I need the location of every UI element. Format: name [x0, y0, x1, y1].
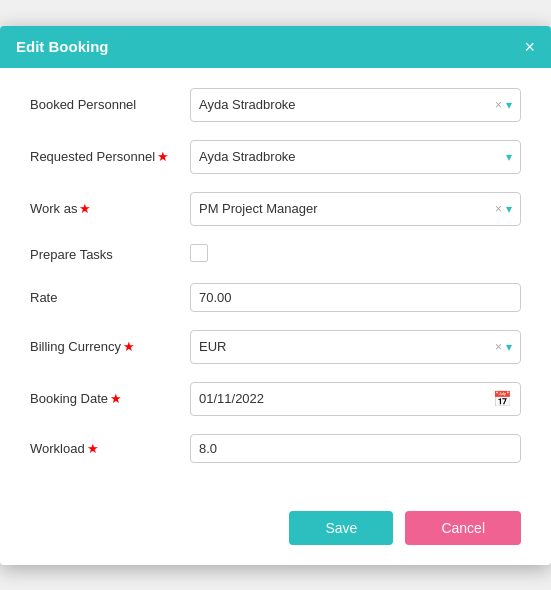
- rate-input[interactable]: [190, 283, 521, 312]
- billing-currency-value: EUR: [199, 339, 495, 354]
- requested-personnel-label: Requested Personnel★: [30, 149, 190, 164]
- booking-date-required: ★: [110, 391, 122, 406]
- requested-personnel-arrow-icon[interactable]: ▾: [506, 150, 512, 164]
- workload-label: Workload★: [30, 441, 190, 456]
- booking-date-label: Booking Date★: [30, 391, 190, 406]
- billing-currency-required: ★: [123, 339, 135, 354]
- requested-personnel-row: Requested Personnel★ Ayda Stradbroke ▾: [30, 140, 521, 174]
- booking-date-control: 📅: [190, 382, 521, 416]
- work-as-arrow-icon[interactable]: ▾: [506, 202, 512, 216]
- billing-currency-arrow-icon[interactable]: ▾: [506, 340, 512, 354]
- requested-personnel-required: ★: [157, 149, 169, 164]
- calendar-icon[interactable]: 📅: [493, 390, 512, 408]
- work-as-select[interactable]: PM Project Manager × ▾: [190, 192, 521, 226]
- billing-currency-row: Billing Currency★ EUR × ▾: [30, 330, 521, 364]
- rate-label: Rate: [30, 290, 190, 305]
- booked-personnel-arrow-icon[interactable]: ▾: [506, 98, 512, 112]
- booking-date-row: Booking Date★ 📅: [30, 382, 521, 416]
- booked-personnel-clear-icon[interactable]: ×: [495, 98, 502, 112]
- cancel-button[interactable]: Cancel: [405, 511, 521, 545]
- booked-personnel-value: Ayda Stradbroke: [199, 97, 495, 112]
- requested-personnel-select[interactable]: Ayda Stradbroke ▾: [190, 140, 521, 174]
- close-button[interactable]: ×: [524, 38, 535, 56]
- billing-currency-label: Billing Currency★: [30, 339, 190, 354]
- workload-row: Workload★: [30, 434, 521, 463]
- workload-required: ★: [87, 441, 99, 456]
- rate-row: Rate: [30, 283, 521, 312]
- work-as-required: ★: [79, 201, 91, 216]
- work-as-row: Work as★ PM Project Manager × ▾: [30, 192, 521, 226]
- billing-currency-clear-icon[interactable]: ×: [495, 340, 502, 354]
- prepare-tasks-label: Prepare Tasks: [30, 247, 190, 262]
- billing-currency-select[interactable]: EUR × ▾: [190, 330, 521, 364]
- modal-header: Edit Booking ×: [0, 26, 551, 68]
- booked-personnel-row: Booked Personnel Ayda Stradbroke × ▾: [30, 88, 521, 122]
- workload-input[interactable]: [190, 434, 521, 463]
- booked-personnel-label: Booked Personnel: [30, 97, 190, 112]
- prepare-tasks-row: Prepare Tasks: [30, 244, 521, 265]
- booking-date-input[interactable]: [199, 391, 487, 406]
- requested-personnel-value: Ayda Stradbroke: [199, 149, 506, 164]
- prepare-tasks-control: [190, 244, 521, 265]
- work-as-control: PM Project Manager × ▾: [190, 192, 521, 226]
- workload-control: [190, 434, 521, 463]
- modal-body: Booked Personnel Ayda Stradbroke × ▾ Req…: [0, 68, 551, 501]
- work-as-clear-icon[interactable]: ×: [495, 202, 502, 216]
- modal-title: Edit Booking: [16, 38, 109, 55]
- prepare-tasks-checkbox[interactable]: [190, 244, 208, 262]
- rate-control: [190, 283, 521, 312]
- requested-personnel-control: Ayda Stradbroke ▾: [190, 140, 521, 174]
- save-button[interactable]: Save: [289, 511, 393, 545]
- booked-personnel-select[interactable]: Ayda Stradbroke × ▾: [190, 88, 521, 122]
- work-as-label: Work as★: [30, 201, 190, 216]
- booked-personnel-control: Ayda Stradbroke × ▾: [190, 88, 521, 122]
- billing-currency-control: EUR × ▾: [190, 330, 521, 364]
- edit-booking-modal: Edit Booking × Booked Personnel Ayda Str…: [0, 26, 551, 565]
- modal-footer: Save Cancel: [0, 501, 551, 565]
- booking-date-wrapper: 📅: [190, 382, 521, 416]
- work-as-value: PM Project Manager: [199, 201, 495, 216]
